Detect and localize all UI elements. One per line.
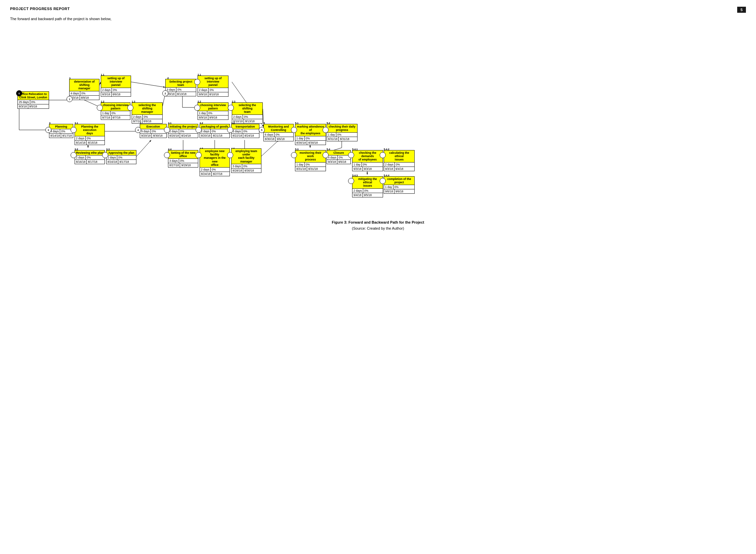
box-mitigating: mitigating the ethicalissues 2 days 0% 9… (352, 176, 383, 197)
box-monitoring-process: monitoring their workprocess 1 day 0% 8/… (295, 150, 326, 171)
box-choosing-pattern-2: choosing interviewpattern 1 day 0% 8/9/1… (198, 102, 228, 120)
svg-line-32 (261, 140, 279, 156)
box-interview-panel-2: setting up of interviewpannel 2 days 0% … (198, 76, 228, 97)
box-setting-office: Setting of the newoffice 3 days 0% 8/27/… (168, 150, 198, 168)
box-calculating-ethical: calculating the ethicalissues 2 days 0% … (384, 150, 415, 171)
box-employee-facility: employee new facilitymanagers in the new… (200, 148, 230, 176)
node-2-1 (194, 79, 200, 85)
box-execution: Execution 9 days 0% 9/20/18 8/30/18 (140, 124, 167, 138)
page-header: PROJECT PROGRESS REPORT 5 (10, 7, 746, 13)
node-3-1 (71, 127, 77, 133)
node-2-3 (228, 105, 234, 111)
svg-line-7 (131, 82, 165, 87)
node-3-3 (102, 152, 108, 158)
report-title: PROJECT PROGRESS REPORT (10, 7, 70, 11)
box-choosing-interview: choosing interviewpattern 1 day 0% 8/7/1… (101, 102, 130, 120)
box-determination: determiation of shiftingmanager 4 days 0… (69, 79, 99, 100)
node-5-4 (323, 152, 329, 158)
node-5-4-3 (348, 178, 354, 184)
node-3: 3 (45, 127, 51, 133)
node-2: 2 (162, 90, 168, 96)
node-4-5 (196, 152, 202, 158)
box-approving: Approving the plan 2 days 0% 8/16/18 8/1… (106, 150, 136, 164)
box-selecting-shifting-mgr: selecting the shiftingmanager 2 days 0% … (132, 102, 163, 124)
node-4-3 (227, 127, 233, 133)
node-5-2 (323, 127, 329, 133)
box-reviewing: Reviewing ethe plan 2 days 0% 8/16/18 8/… (75, 150, 105, 164)
box-interview-panel-1: setting up of interviewpannel 2 days 0% … (101, 76, 131, 97)
box-marking: marking attendence ofthe employees 1 day… (295, 124, 326, 145)
node-4-6 (227, 152, 233, 158)
box-office-relocation: Office Relocation toClink Street, London… (17, 91, 49, 109)
node-5-4-1 (348, 152, 354, 158)
diagram-container: 0 Office Relocation toClink Street, Lond… (10, 27, 746, 215)
source-text: (Source: Created by the Author) (10, 226, 746, 230)
node-0: 0 (16, 90, 22, 96)
node-4: 4 (135, 127, 141, 133)
node-1: 1 (67, 96, 73, 102)
box-closure: Closure 4 days 0% 9/3/18 9/6/18 (327, 150, 351, 164)
node-2-2 (194, 105, 200, 111)
node-5-4-2 (380, 152, 386, 158)
node-5-3 (291, 152, 297, 158)
node-4-4 (164, 152, 170, 158)
box-monitoring: Monitoring andControlling 6 days 0% 8/30… (263, 124, 294, 141)
box-employing-team: employing team undereach facility manage… (231, 148, 261, 173)
node-1-3 (127, 105, 133, 111)
node-4-2 (196, 127, 202, 133)
task-title-office: Office Relocation toClink Street, London (18, 92, 49, 100)
subtitle: The forward and backward path of the pro… (10, 17, 746, 21)
page-number: 5 (737, 7, 746, 13)
box-checking-demands: checking the demandsof employees 1 day 0… (352, 150, 383, 171)
box-transportation: transportation 3 days 0% 8/22/18 8/24/18 (231, 124, 259, 138)
box-completion: completion of theproject 1 day 0% 9/6/18… (384, 176, 415, 194)
svg-line-22 (136, 140, 151, 156)
node-5-1 (291, 127, 297, 133)
box-packaging: packaging of goods 2 days 0% 8/20/18 8/2… (200, 124, 230, 138)
node-4-1 (164, 127, 170, 133)
box-planning-execution: Planning the executiondays 2 days 0% 8/1… (75, 124, 105, 145)
node-5-4-4 (380, 178, 386, 184)
diagram-inner: 0 Office Relocation toClink Street, Lond… (10, 27, 407, 215)
box-initiating: initiating the project 2 days 0% 8/20/18… (168, 124, 198, 138)
node-5: 5 (259, 127, 265, 133)
node-3-2 (71, 152, 77, 158)
figure-caption: Figure 3: Forward and Backward Path for … (10, 220, 746, 224)
box-selecting-project-team: Selecting project team 3 days 0% 8/9/18 … (165, 79, 196, 96)
box-selecting-shifting-team: selecting the shiftingteam 2 days 0% 8/1… (232, 102, 263, 124)
node-1-2 (97, 105, 103, 111)
box-planning: Planning 4 days 0% 8/14/18 8/17/18 (49, 124, 73, 138)
box-checking-daily: checking their dailyprogress 1 day 0% 8/… (327, 124, 358, 141)
